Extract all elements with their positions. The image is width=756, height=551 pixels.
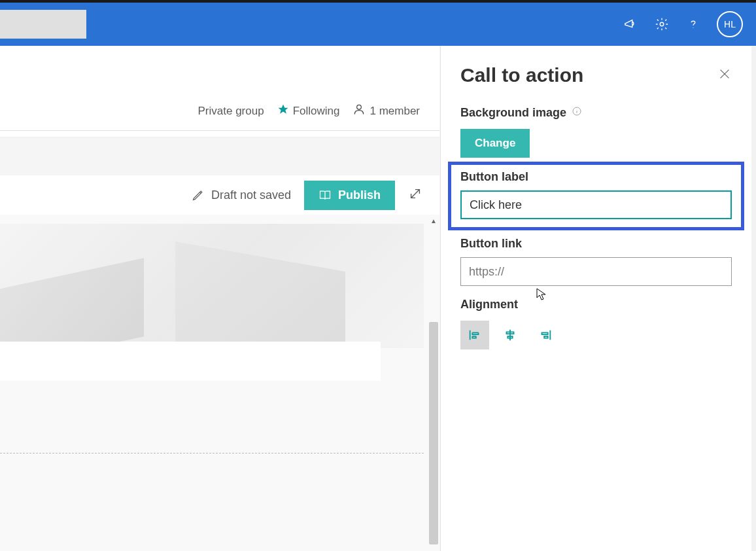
bg-image-label-text: Background image: [460, 106, 566, 120]
svg-point-0: [660, 22, 664, 26]
app-header: HL: [0, 3, 756, 46]
scroll-up-arrow[interactable]: ▲: [428, 215, 439, 226]
megaphone-icon[interactable]: [623, 16, 638, 32]
members[interactable]: 1 member: [352, 103, 420, 119]
canvas-area: ▲: [0, 215, 439, 551]
info-icon[interactable]: [572, 106, 582, 120]
alignment-group: [460, 321, 732, 349]
align-center-button[interactable]: [496, 321, 524, 349]
user-initials: HL: [724, 19, 736, 29]
close-button[interactable]: [717, 67, 732, 84]
canvas-section: [0, 342, 381, 381]
person-icon: [352, 103, 366, 119]
draft-label: Draft not saved: [211, 188, 291, 202]
publish-label: Publish: [338, 188, 381, 202]
panel-header: Call to action: [441, 46, 751, 99]
command-bar: Draft not saved Publish: [0, 175, 439, 215]
button-label-input[interactable]: [460, 190, 732, 219]
align-center-icon: [503, 328, 517, 342]
pencil-icon: [192, 188, 205, 202]
close-icon: [717, 67, 732, 81]
draft-status[interactable]: Draft not saved: [192, 188, 291, 202]
hero-background: [0, 224, 424, 348]
alignment-heading: Alignment: [460, 298, 732, 311]
scrollbar-thumb[interactable]: [429, 322, 438, 544]
button-label-heading: Button label: [460, 170, 732, 184]
button-link-heading: Button link: [460, 237, 732, 251]
gear-icon[interactable]: [654, 16, 670, 32]
align-left-button[interactable]: [460, 321, 489, 349]
follow-label: Following: [293, 105, 340, 118]
user-avatar[interactable]: HL: [717, 11, 743, 37]
panel-body: Background image Change Button label But…: [441, 106, 751, 349]
change-button[interactable]: Change: [460, 129, 530, 158]
header-right-group: HL: [623, 11, 743, 37]
site-header-row: Private group Following 1 member: [0, 92, 439, 131]
bg-image-label: Background image: [460, 106, 732, 120]
button-label-highlight: Button label: [448, 162, 744, 230]
geo-shape: [175, 241, 345, 348]
section-divider: [0, 453, 424, 453]
change-label: Change: [475, 137, 515, 149]
members-label: 1 member: [369, 105, 420, 118]
property-panel: Call to action Background image Change B…: [440, 46, 751, 551]
follow-toggle[interactable]: Following: [277, 103, 340, 118]
header-search-box[interactable]: [0, 10, 86, 39]
right-edge-scroll[interactable]: [751, 46, 756, 551]
help-icon[interactable]: [685, 16, 701, 32]
button-link-input[interactable]: [460, 257, 732, 286]
expand-icon[interactable]: [408, 187, 422, 204]
align-right-button[interactable]: [531, 321, 560, 349]
align-right-icon: [538, 328, 553, 342]
group-type-label: Private group: [198, 105, 264, 118]
align-left-icon: [468, 328, 482, 342]
group-type: Private group: [198, 105, 264, 118]
publish-button[interactable]: Publish: [304, 181, 395, 210]
star-icon: [277, 103, 289, 118]
svg-point-1: [357, 105, 362, 109]
geo-shape: [0, 258, 144, 348]
panel-title: Call to action: [460, 64, 583, 86]
book-icon: [318, 188, 332, 202]
